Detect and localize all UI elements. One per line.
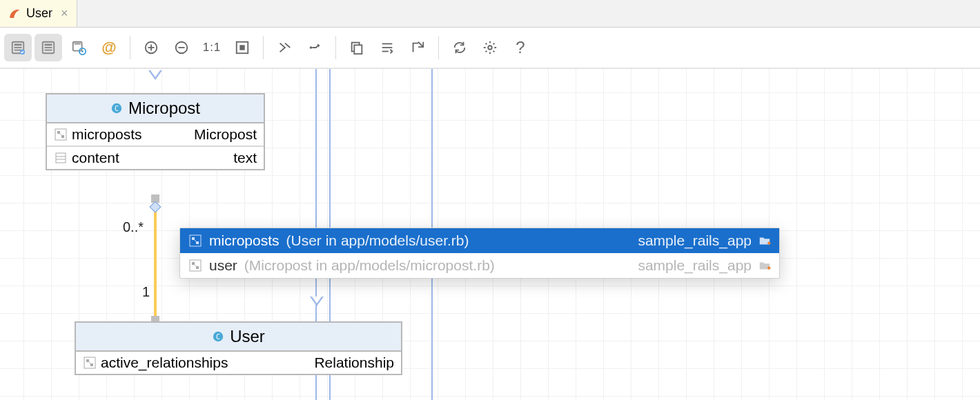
tab-bar: User ×	[0, 0, 980, 28]
svg-rect-34	[61, 135, 64, 138]
inheritance-arrow-icon	[148, 70, 162, 80]
svg-rect-9	[45, 44, 52, 46]
view-mode-1-button[interactable]	[4, 34, 32, 61]
at-sign-button[interactable]: @	[95, 34, 123, 61]
svg-rect-51	[196, 266, 199, 269]
entity-header[interactable]: C Micropost	[47, 94, 264, 123]
class-icon: C	[212, 330, 224, 343]
relation-line[interactable]	[154, 194, 157, 321]
svg-point-23	[310, 46, 313, 49]
close-icon[interactable]: ×	[61, 6, 68, 21]
separator	[335, 36, 336, 59]
svg-text:C: C	[216, 333, 220, 341]
entity-title: Micropost	[128, 99, 200, 118]
relation-diamond-icon	[150, 201, 161, 213]
entity-row[interactable]: content text	[47, 147, 264, 169]
popup-name: user	[209, 257, 237, 274]
view-mode-2-button[interactable]	[35, 34, 62, 61]
entity-user[interactable]: C User active_relationships Relationship	[75, 321, 402, 375]
svg-rect-25	[354, 45, 362, 54]
view-settings-button[interactable]	[65, 34, 92, 61]
svg-point-2	[14, 11, 16, 12]
svg-rect-13	[75, 43, 81, 45]
svg-rect-11	[45, 50, 52, 51]
svg-line-52	[195, 265, 196, 266]
svg-point-0	[11, 15, 12, 17]
svg-point-29	[488, 46, 492, 50]
separator	[438, 36, 439, 59]
svg-line-44	[89, 362, 90, 363]
entity-header[interactable]: C User	[76, 323, 401, 352]
row-name: content	[72, 150, 119, 166]
row-name: active_relationships	[101, 354, 228, 371]
folder-icon	[758, 259, 771, 272]
association-icon	[188, 234, 202, 248]
svg-line-35	[60, 134, 61, 135]
association-icon	[54, 128, 68, 141]
association-icon	[83, 356, 97, 370]
popup-project: sample_rails_app	[638, 232, 752, 249]
svg-rect-50	[192, 262, 195, 265]
cardinality-label: 0..*	[123, 219, 144, 235]
inheritance-arrow-icon	[310, 297, 324, 306]
popup-item[interactable]: user (Micropost in app/models/micropost.…	[180, 253, 779, 278]
popup-location: (User in app/models/user.rb)	[286, 232, 469, 249]
svg-rect-5	[14, 47, 22, 48]
zoom-actual-button[interactable]: 1:1	[198, 34, 226, 61]
svg-point-15	[81, 50, 84, 52]
svg-rect-46	[192, 237, 195, 240]
svg-rect-33	[57, 131, 60, 134]
svg-rect-42	[86, 359, 89, 362]
entity-row[interactable]: active_relationships Relationship	[76, 352, 401, 374]
row-name: microposts	[72, 126, 142, 143]
svg-point-1	[12, 13, 14, 14]
row-type: Relationship	[314, 354, 394, 371]
svg-rect-10	[45, 47, 52, 48]
separator	[263, 36, 264, 59]
refresh-button[interactable]	[446, 34, 473, 61]
settings-button[interactable]	[476, 34, 504, 61]
copy-button[interactable]	[343, 34, 371, 61]
popup-project: sample_rails_app	[638, 257, 752, 274]
class-icon: C	[110, 102, 123, 114]
entity-title: User	[230, 327, 265, 346]
svg-rect-22	[239, 45, 244, 50]
popup-name: microposts	[209, 232, 280, 249]
popup-location: (Micropost in app/models/micropost.rb)	[244, 257, 495, 274]
toolbar: @ 1:1 ?	[0, 28, 980, 69]
svg-text:C: C	[115, 105, 119, 112]
svg-rect-47	[196, 241, 199, 244]
tab-title: User	[26, 6, 52, 21]
fit-content-button[interactable]	[228, 34, 256, 61]
association-icon	[188, 259, 202, 272]
route-button[interactable]	[301, 34, 329, 61]
rails-icon	[8, 8, 21, 20]
cardinality-label: 1	[142, 284, 150, 300]
zoom-out-button[interactable]	[168, 34, 195, 61]
list-button[interactable]	[373, 34, 401, 61]
help-button[interactable]: ?	[507, 34, 534, 61]
svg-rect-4	[14, 44, 22, 46]
diagram-canvas[interactable]: 0..* 1 C Micropost microposts Micropost …	[0, 69, 980, 400]
svg-rect-36	[56, 153, 66, 163]
popup-item[interactable]: microposts (User in app/models/user.rb) …	[180, 228, 779, 253]
folder-icon	[758, 234, 771, 247]
row-type: text	[233, 150, 257, 166]
navigate-popup: microposts (User in app/models/user.rb) …	[179, 228, 780, 279]
editor-tab-user[interactable]: User ×	[0, 0, 77, 27]
svg-line-48	[195, 240, 196, 241]
separator	[130, 36, 130, 59]
zoom-in-button[interactable]	[137, 34, 165, 61]
column-icon	[54, 151, 68, 165]
entity-micropost[interactable]: C Micropost microposts Micropost content…	[46, 93, 265, 170]
export-button[interactable]	[404, 34, 431, 61]
layout-button[interactable]	[271, 34, 298, 61]
entity-row[interactable]: microposts Micropost	[47, 123, 264, 147]
row-type: Micropost	[194, 126, 257, 143]
svg-rect-43	[90, 363, 93, 366]
